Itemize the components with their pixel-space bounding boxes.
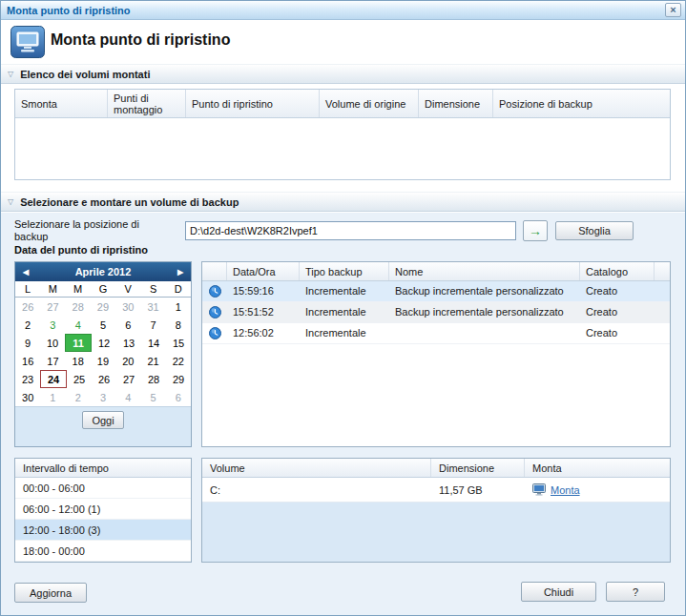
section-mounted-volumes-header[interactable]: ▽ Elenco dei volumi montati [1,64,685,84]
calendar-day[interactable]: 12 [92,334,116,352]
recovery-name [389,323,580,343]
calendar-next-icon[interactable]: ▶ [170,268,191,277]
calendar-footer: Oggi [15,406,191,446]
calendar-day[interactable]: 28 [141,370,166,388]
calendar-month-label: Aprile 2012 [36,266,170,277]
close-button[interactable]: Chiudi [521,582,596,602]
time-range-header: Intervallo di tempo [15,459,191,478]
recovery-points-body: 15:59:16IncrementaleBackup incrementale … [202,281,670,344]
time-range-list: Intervallo di tempo 00:00 - 06:0006:00 -… [14,458,192,563]
calendar-day[interactable]: 8 [166,316,191,334]
calendar-day[interactable]: 18 [66,352,91,370]
window-title: Monta punto di ripristino [7,5,665,16]
calendar-day[interactable]: 4 [115,388,140,406]
calendar-day[interactable]: 21 [140,352,165,370]
calendar-day[interactable]: 26 [92,370,116,388]
calendar-prev-icon[interactable]: ◀ [15,268,36,277]
collapse-chevron-icon: ▽ [8,197,13,206]
calendar-day[interactable]: 9 [15,334,40,352]
calendar-week-row: 2627282930311 [15,298,191,316]
calendar-day[interactable]: 24 [40,370,67,388]
calendar-day-header: G [91,281,115,297]
time-range-item[interactable]: 06:00 - 12:00 (1) [15,499,191,520]
calendar-day-header: S [140,281,165,297]
recovery-time: 15:59:16 [227,281,300,301]
calendar-day[interactable]: 30 [115,298,140,316]
calendar-day[interactable]: 29 [166,370,191,388]
calendar-day[interactable]: 1 [166,298,191,316]
calendar-day[interactable]: 3 [91,388,115,406]
time-range-item[interactable]: 18:00 - 00:00 [15,541,191,562]
column-header: Punti di montaggio [108,90,186,117]
mounted-volumes-table: SmontaPunti di montaggioPunto di riprist… [14,89,671,180]
calendar-day[interactable]: 4 [66,316,91,334]
calendar-day[interactable]: 16 [15,352,40,370]
column-header: Volume [202,459,431,477]
refresh-button[interactable]: Aggiorna [14,583,87,603]
column-header: Posizione di backup [493,90,670,117]
column-header: Tipo backup [300,262,389,280]
section-title: Elenco dei volumi montati [20,69,150,80]
calendar-day[interactable]: 17 [40,352,65,370]
calendar-day[interactable]: 25 [67,370,92,388]
calendar-day[interactable]: 11 [65,334,92,352]
calendar-day[interactable]: 3 [40,316,65,334]
column-header: Data/Ora [227,262,300,280]
go-arrow-button[interactable]: → [523,220,548,241]
recovery-catalog: Creato [580,281,655,301]
column-header: Volume di origine [320,90,419,117]
column-header [655,262,670,280]
calendar-day[interactable]: 23 [15,370,40,388]
collapse-chevron-icon: ▽ [8,70,13,78]
help-button[interactable]: ? [606,582,665,602]
calendar-day[interactable]: 31 [140,298,165,316]
calendar-day[interactable]: 27 [116,370,141,388]
close-icon[interactable]: × [665,3,681,17]
calendar-day[interactable]: 5 [140,388,165,406]
calendar-week-row: 9101112131415 [15,334,191,352]
recovery-point-row[interactable]: 15:59:16IncrementaleBackup incrementale … [202,281,670,302]
calendar-day[interactable]: 15 [166,334,191,352]
calendar-day[interactable]: 2 [66,388,91,406]
section-select-mount-header[interactable]: ▽ Selezionare e montare un volume di bac… [1,192,685,212]
recovery-name: Backup incrementale personalizzato [389,281,580,301]
calendar-day[interactable]: 20 [115,352,140,370]
recovery-point-row[interactable]: 15:51:52IncrementaleBackup incrementale … [202,302,670,323]
recovery-name: Backup incrementale personalizzato [389,302,580,322]
calendar-day[interactable]: 26 [15,298,40,316]
calendar-day[interactable]: 29 [91,298,115,316]
calendar-day[interactable]: 14 [141,334,166,352]
backup-location-input[interactable] [185,221,516,240]
today-button[interactable]: Oggi [82,411,124,429]
recovery-point-icon [208,284,222,298]
recovery-point-row[interactable]: 12:56:02IncrementaleCreato [202,323,670,344]
calendar-day[interactable]: 6 [166,388,191,406]
recovery-point-icon [208,305,222,319]
calendar-day[interactable]: 1 [40,388,65,406]
browse-button[interactable]: Sfoglia [555,221,634,240]
time-range-item[interactable]: 00:00 - 06:00 [15,478,191,499]
calendar-day-headers: LMMGVSD [15,281,191,298]
mount-link[interactable]: Monta [551,484,580,496]
time-range-item[interactable]: 12:00 - 18:00 (3) [15,520,191,541]
calendar-day[interactable]: 22 [166,352,191,370]
calendar-day[interactable]: 10 [40,334,65,352]
recovery-type: Incrementale [300,281,389,301]
column-header: Dimensione [419,90,493,117]
calendar-day[interactable]: 6 [115,316,140,334]
recovery-type: Incrementale [300,323,389,343]
calendar-day[interactable]: 7 [140,316,165,334]
calendar-day-header: M [40,281,65,297]
calendar-day[interactable]: 13 [116,334,141,352]
backup-location-label: Selezionare la posizione di backup [14,218,175,243]
calendar-day[interactable]: 27 [40,298,65,316]
calendar-day[interactable]: 30 [15,388,40,406]
volumes-table: VolumeDimensioneMonta C:11,57 GBMonta [201,458,671,563]
calendar-day[interactable]: 28 [66,298,91,316]
calendar-day[interactable]: 19 [91,352,115,370]
recovery-catalog: Creato [580,302,655,322]
column-header: Smonta [15,90,108,117]
calendar-day[interactable]: 5 [91,316,115,334]
calendar-day[interactable]: 2 [15,316,40,334]
calendar: ◀ Aprile 2012 ▶ LMMGVSD 2627282930311234… [14,261,192,447]
